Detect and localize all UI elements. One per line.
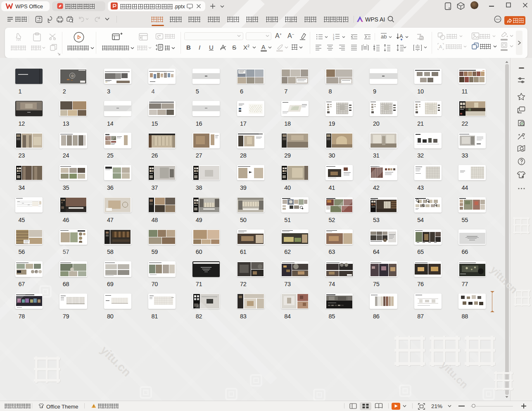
svg-text:A: A xyxy=(439,44,442,49)
svg-text:3: 3 xyxy=(333,38,334,40)
svg-text:A: A xyxy=(399,33,403,39)
